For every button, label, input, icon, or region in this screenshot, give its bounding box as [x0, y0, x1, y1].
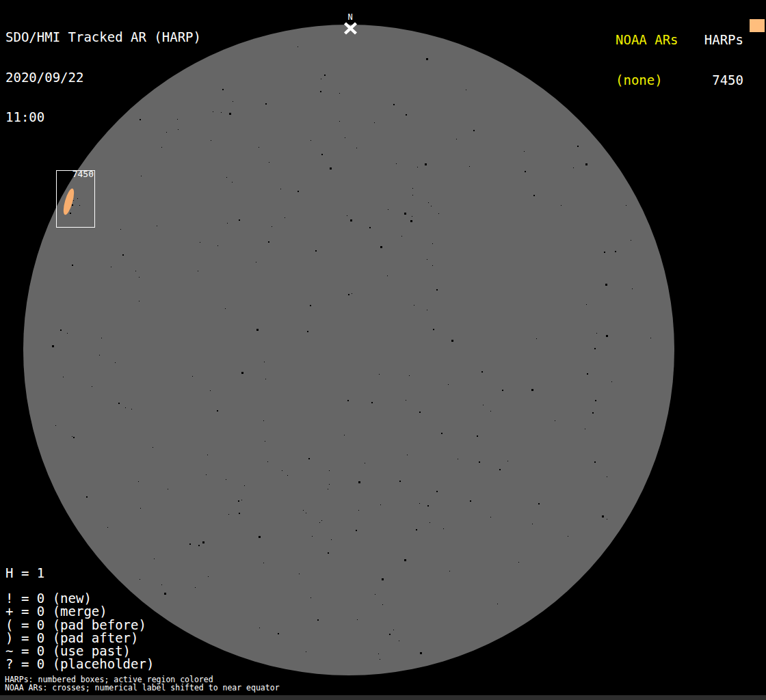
speckle — [387, 275, 388, 276]
speckle — [306, 651, 306, 652]
speckle — [426, 58, 428, 60]
speckle — [481, 371, 483, 373]
speckle — [267, 461, 268, 462]
speckle — [141, 176, 142, 176]
speckle — [168, 489, 168, 489]
speckle — [419, 412, 421, 413]
speckle — [470, 500, 471, 502]
speckle — [99, 355, 100, 355]
speckle — [425, 163, 427, 165]
speckle — [379, 374, 380, 375]
speckle — [319, 522, 320, 523]
speckle — [497, 604, 498, 604]
speckle — [420, 652, 422, 654]
speckle — [587, 373, 588, 375]
speckle — [310, 305, 311, 306]
speckle — [448, 384, 449, 385]
speckle — [259, 147, 259, 148]
speckle — [198, 271, 198, 271]
speckle — [393, 104, 395, 105]
legend-symbol-counts: ! = 0 (new)+ = 0 (merge)( = 0 (pad befor… — [5, 592, 154, 671]
solar-harp-map: SDO/HMI Tracked AR (HARP) 2020/09/22 11:… — [0, 0, 766, 700]
speckle — [388, 209, 388, 210]
speckle — [436, 289, 438, 291]
speckle — [357, 619, 358, 620]
speckle — [213, 111, 213, 112]
speckle — [382, 578, 384, 580]
speckle — [585, 429, 585, 429]
speckle — [282, 470, 282, 471]
speckle — [404, 213, 406, 215]
speckle — [432, 243, 433, 244]
speckle — [378, 654, 379, 654]
speckle — [312, 536, 313, 537]
speckle — [393, 630, 394, 630]
speckle — [86, 496, 88, 498]
speckle — [449, 571, 450, 571]
speckle — [499, 469, 501, 470]
speckle — [518, 562, 519, 563]
speckle — [365, 463, 365, 463]
speckle — [490, 411, 491, 412]
speckle — [63, 377, 64, 377]
speckle — [427, 505, 429, 507]
speckle — [208, 576, 209, 577]
speckle — [269, 162, 269, 163]
speckle — [607, 519, 607, 520]
speckle — [436, 491, 438, 492]
speckle — [573, 167, 574, 168]
speckle — [52, 345, 54, 347]
speckle — [594, 348, 596, 349]
speckle — [432, 265, 433, 266]
speckle — [358, 510, 359, 511]
noaa-ars-block: NOAA ARs (none) — [616, 7, 678, 113]
page-title: SDO/HMI Tracked AR (HARP) — [5, 31, 201, 44]
speckle — [431, 206, 432, 206]
north-cross-icon — [343, 22, 358, 35]
speckle — [417, 167, 418, 167]
footnotes: HARPs: numbered boxes; active region col… — [5, 675, 280, 692]
speckle — [115, 362, 116, 363]
speckle — [265, 441, 265, 442]
speckle — [330, 167, 332, 170]
speckle — [111, 267, 111, 267]
speckle — [427, 259, 427, 260]
speckle — [226, 479, 226, 480]
speckle — [466, 90, 466, 90]
speckle — [380, 659, 380, 660]
speckle — [428, 202, 429, 203]
speckle — [473, 130, 475, 131]
speckle — [532, 524, 533, 524]
speckle — [226, 177, 227, 178]
speckle — [615, 251, 616, 252]
speckle — [479, 461, 480, 463]
legend-line: ? = 0 (placeholder) — [5, 658, 154, 671]
time-label: 11:00 — [5, 111, 201, 124]
speckle — [356, 148, 357, 148]
north-label: N — [345, 13, 356, 22]
speckle — [238, 500, 239, 502]
speckle — [229, 113, 231, 115]
speckle — [298, 191, 299, 192]
speckle — [399, 641, 399, 641]
speckle — [339, 93, 340, 94]
speckle — [241, 500, 242, 500]
speckle — [107, 527, 108, 528]
speckle — [210, 390, 211, 391]
speckle — [263, 420, 264, 421]
speckle — [414, 305, 414, 306]
speckle — [502, 390, 503, 391]
speckle — [525, 171, 526, 172]
speckle — [324, 75, 326, 76]
speckle — [268, 241, 269, 243]
speckle — [406, 400, 406, 401]
speckle — [592, 412, 594, 414]
speckle — [233, 101, 233, 102]
speckle — [239, 219, 240, 221]
speckle — [329, 470, 330, 471]
speckle — [456, 139, 457, 139]
speckle — [306, 513, 306, 513]
speckle — [317, 619, 319, 621]
speckle — [345, 137, 345, 138]
harp-region-label: 7450 — [72, 170, 94, 179]
